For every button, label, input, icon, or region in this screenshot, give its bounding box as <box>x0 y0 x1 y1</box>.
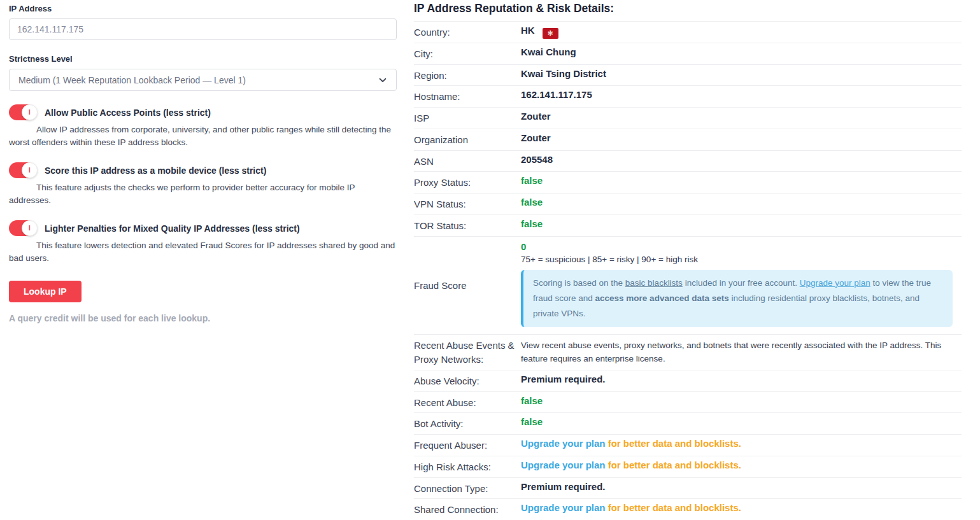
fraud-score-scale: 75+ = suspicious | 85+ = risky | 90+ = h… <box>521 255 962 264</box>
lookup-form: IP Address Strictness Level Medium (1 We… <box>0 0 414 520</box>
row-value: Premium required. <box>521 374 962 384</box>
row-value: false <box>521 218 962 229</box>
upgrade-note-text: for better data and blocklists. <box>606 438 741 449</box>
table-row: City:Kwai Chung <box>414 43 962 65</box>
row-value-text: false <box>521 197 543 207</box>
toggle-description: This feature adjusts the checks we perfo… <box>9 181 397 207</box>
row-label: Frequent Abuser: <box>414 438 521 453</box>
row-label: Abuse Velocity: <box>414 374 521 388</box>
table-row: OrganizationZouter <box>414 129 962 151</box>
row-value: Zouter <box>521 132 962 143</box>
row-value-text: false <box>521 395 543 406</box>
toggle-block-mobile-device: I Score this IP address as a mobile devi… <box>9 162 397 207</box>
page: IP Address Strictness Level Medium (1 We… <box>0 0 980 520</box>
row-value-text: false <box>521 175 543 186</box>
row-value-text: Kwai Tsing District <box>521 68 606 79</box>
row-value: Zouter <box>521 111 962 122</box>
table-row: Frequent Abuser:Upgrade your plan for be… <box>414 435 962 456</box>
strictness-label: Strictness Level <box>9 54 397 64</box>
info-bold-text: access more advanced data sets <box>595 293 729 303</box>
row-value: false <box>521 416 962 427</box>
row-value: Upgrade your plan for better data and bl… <box>521 460 962 470</box>
row-label: VPN Status: <box>414 197 521 211</box>
row-note-text: View recent abuse events, proxy networks… <box>521 338 962 366</box>
row-label: Country: <box>414 25 521 39</box>
row-label: Shared Connection: <box>414 502 521 517</box>
row-value: HK✻ <box>521 25 962 39</box>
details-table: Country:HK✻City:Kwai ChungRegion:Kwai Ts… <box>414 22 962 520</box>
toggle-label: Score this IP address as a mobile device… <box>45 165 266 176</box>
toggle-public-access-points[interactable]: I <box>9 104 36 120</box>
row-value: 162.141.117.175 <box>521 89 962 100</box>
upgrade-plan-link[interactable]: Upgrade your plan <box>521 438 606 449</box>
hk-flag-icon: ✻ <box>543 28 558 39</box>
table-row: Recent Abuse Events & Proxy Networks:Vie… <box>414 335 962 370</box>
row-label: Recent Abuse: <box>414 395 521 410</box>
toggle-lighter-penalties[interactable]: I <box>9 220 36 236</box>
row-label: Recent Abuse Events & Proxy Networks: <box>414 338 521 367</box>
toggle-knob-icon: I <box>22 162 38 178</box>
details-title: IP Address Reputation & Risk Details: <box>414 0 962 22</box>
row-value-text: Zouter <box>521 132 551 143</box>
row-label: TOR Status: <box>414 218 521 233</box>
table-row: Region:Kwai Tsing District <box>414 65 962 87</box>
row-label: Region: <box>414 68 521 83</box>
row-value: Kwai Chung <box>521 46 962 57</box>
query-credit-note: A query credit will be used for each liv… <box>9 313 397 323</box>
row-value-text: 162.141.117.175 <box>521 89 592 100</box>
row-value-text: Premium required. <box>521 374 606 384</box>
row-value: false <box>521 197 962 207</box>
row-label: High Risk Attacks: <box>414 460 521 474</box>
row-value-text: false <box>521 416 543 427</box>
row-value: View recent abuse events, proxy networks… <box>521 338 962 366</box>
table-row: ASN205548 <box>414 151 962 172</box>
row-value: Upgrade your plan for better data and bl… <box>521 438 962 449</box>
ip-address-label: IP Address <box>9 4 397 13</box>
table-row: Hostname:162.141.117.175 <box>414 86 962 108</box>
upgrade-plan-link[interactable]: Upgrade your plan <box>800 278 870 288</box>
row-value: Kwai Tsing District <box>521 68 962 79</box>
row-label: City: <box>414 46 521 61</box>
info-text: Scoring is based on the <box>533 278 625 288</box>
row-value: false <box>521 395 962 406</box>
row-value: Upgrade your plan for better data and bl… <box>521 502 962 513</box>
row-value-text: 205548 <box>521 154 553 165</box>
upgrade-note-text: for better data and blocklists. <box>606 502 741 513</box>
upgrade-note-text: for better data and blocklists. <box>606 460 741 470</box>
strictness-selected-value: Medium (1 Week Reputation Lookback Perio… <box>18 75 246 85</box>
ip-address-input[interactable] <box>9 18 397 40</box>
table-row: TOR Status:false <box>414 215 962 237</box>
upgrade-plan-link[interactable]: Upgrade your plan <box>521 460 606 470</box>
toggle-mobile-device[interactable]: I <box>9 162 36 178</box>
row-label: Hostname: <box>414 89 521 104</box>
row-label: ASN <box>414 154 521 169</box>
row-value: 075+ = suspicious | 85+ = risky | 90+ = … <box>521 240 962 332</box>
table-row: VPN Status:false <box>414 193 962 215</box>
row-label: Connection Type: <box>414 481 521 496</box>
row-value-text: Premium required. <box>521 481 606 492</box>
row-value-text: Kwai Chung <box>521 46 576 57</box>
row-value: false <box>521 175 962 186</box>
toggle-knob-icon: I <box>22 220 38 236</box>
toggle-block-public-access: I Allow Public Access Points (less stric… <box>9 104 397 149</box>
toggle-label: Lighter Penalties for Mixed Quality IP A… <box>45 223 300 234</box>
fraud-score-value: 0 <box>521 241 962 252</box>
country-code: HK <box>521 25 535 36</box>
table-row: ISPZouter <box>414 108 962 129</box>
row-value: Premium required. <box>521 481 962 492</box>
strictness-select[interactable]: Medium (1 Week Reputation Lookback Perio… <box>9 69 397 91</box>
row-value: 205548 <box>521 154 962 165</box>
toggle-block-lighter-penalties: I Lighter Penalties for Mixed Quality IP… <box>9 220 397 265</box>
lookup-ip-button[interactable]: Lookup IP <box>9 281 82 302</box>
table-row: Connection Type:Premium required. <box>414 478 962 500</box>
basic-blacklists-link[interactable]: basic blacklists <box>625 278 683 288</box>
table-row: Recent Abuse:false <box>414 392 962 414</box>
row-label: Fraud Score <box>414 278 521 293</box>
row-value-text: Zouter <box>521 111 551 122</box>
table-row: Proxy Status:false <box>414 172 962 193</box>
table-row: Fraud Score075+ = suspicious | 85+ = ris… <box>414 237 962 335</box>
row-label: ISP <box>414 111 521 125</box>
table-row: High Risk Attacks:Upgrade your plan for … <box>414 456 962 478</box>
upgrade-plan-link[interactable]: Upgrade your plan <box>521 502 606 513</box>
table-row: Bot Activity:false <box>414 413 962 435</box>
